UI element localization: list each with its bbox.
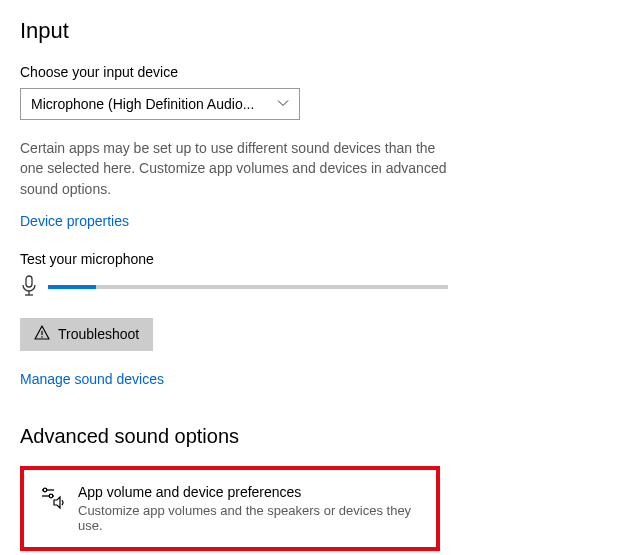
microphone-level-fill	[48, 285, 96, 289]
advanced-sound-options-title: Advanced sound options	[20, 425, 606, 448]
choose-input-device-label: Choose your input device	[20, 64, 606, 80]
svg-point-8	[49, 494, 53, 498]
microphone-level-row	[20, 275, 606, 300]
input-section-title: Input	[20, 18, 606, 44]
svg-point-6	[43, 488, 47, 492]
chevron-down-icon	[277, 96, 289, 112]
app-volume-preferences-title: App volume and device preferences	[78, 484, 420, 500]
warning-icon	[34, 325, 50, 344]
app-volume-preferences-item[interactable]: App volume and device preferences Custom…	[20, 466, 440, 551]
device-properties-link[interactable]: Device properties	[20, 213, 129, 229]
microphone-level-bar	[48, 285, 448, 289]
input-device-dropdown[interactable]: Microphone (High Definition Audio...	[20, 88, 300, 120]
input-device-selected-text: Microphone (High Definition Audio...	[31, 96, 254, 112]
app-volume-preferences-desc: Customize app volumes and the speakers o…	[78, 503, 420, 533]
test-microphone-label: Test your microphone	[20, 251, 606, 267]
svg-rect-0	[26, 276, 32, 287]
svg-point-4	[41, 336, 43, 338]
input-description-text: Certain apps may be set up to use differ…	[20, 138, 450, 199]
troubleshoot-button[interactable]: Troubleshoot	[20, 318, 153, 351]
sliders-speaker-icon	[40, 486, 64, 513]
microphone-icon	[20, 275, 38, 300]
troubleshoot-label: Troubleshoot	[58, 326, 139, 342]
manage-sound-devices-link[interactable]: Manage sound devices	[20, 371, 164, 387]
